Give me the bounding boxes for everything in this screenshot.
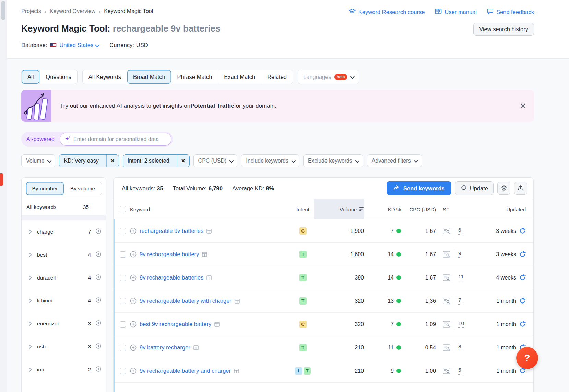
eye-preview-icon[interactable]: [95, 274, 102, 282]
row-checkbox[interactable]: [120, 368, 126, 374]
filter-cpc-usd-[interactable]: CPC (USD): [193, 154, 238, 167]
refresh-icon[interactable]: [519, 251, 526, 258]
table-settings-button[interactable]: [497, 182, 510, 195]
add-keyword-icon[interactable]: [130, 298, 137, 304]
tab-questions[interactable]: Questions: [39, 70, 77, 84]
refresh-icon[interactable]: [519, 274, 526, 281]
help-button[interactable]: ?: [516, 347, 538, 369]
sf-count-link[interactable]: 7: [458, 297, 461, 304]
filter-kd-very-easy[interactable]: KD: Very easy✕: [59, 154, 119, 167]
row-checkbox[interactable]: [120, 321, 126, 328]
sf-count-link[interactable]: 9: [458, 251, 461, 258]
eye-preview-icon[interactable]: [95, 251, 102, 259]
serp-grid-icon[interactable]: [206, 275, 212, 280]
row-checkbox[interactable]: [120, 275, 126, 281]
languages-dropdown[interactable]: Languages beta: [298, 70, 359, 84]
sf-count-link[interactable]: 8: [458, 344, 461, 351]
serp-preview-icon[interactable]: [443, 298, 450, 304]
eye-preview-icon[interactable]: [95, 343, 102, 351]
serp-grid-icon[interactable]: [234, 369, 239, 373]
serp-preview-icon[interactable]: [443, 251, 450, 258]
column-volume[interactable]: Volume: [340, 206, 357, 212]
tab-related[interactable]: Related: [261, 70, 293, 84]
select-all-checkbox[interactable]: [120, 206, 126, 212]
column-intent[interactable]: Intent: [296, 206, 309, 212]
serp-preview-icon[interactable]: [443, 228, 450, 234]
user-manual-link[interactable]: User manual: [435, 9, 477, 16]
keyword-group-charge[interactable]: charge7: [22, 220, 106, 243]
serp-grid-icon[interactable]: [235, 299, 240, 304]
breadcrumb-projects[interactable]: Projects: [21, 8, 41, 14]
sf-count-link[interactable]: 11: [458, 274, 464, 281]
serp-preview-icon[interactable]: [443, 274, 450, 281]
filter-advanced-filters[interactable]: Advanced filters: [367, 154, 422, 167]
scrollbar-thumb[interactable]: [1, 1, 5, 20]
tab-broad-match[interactable]: Broad Match: [127, 70, 171, 84]
clear-filter-icon[interactable]: ✕: [177, 155, 189, 167]
eye-preview-icon[interactable]: [95, 320, 102, 328]
database-selector[interactable]: United States: [59, 42, 98, 48]
keyword-group-ion[interactable]: ion2: [22, 358, 106, 381]
refresh-icon[interactable]: [519, 228, 526, 234]
tab-exact-match[interactable]: Exact Match: [218, 70, 261, 84]
sort-by-volume-toggle[interactable]: By volume: [64, 182, 102, 195]
eye-preview-icon[interactable]: [95, 297, 102, 305]
sf-count-link[interactable]: 6: [458, 227, 461, 234]
sort-by-number-toggle[interactable]: By number: [26, 182, 64, 195]
column-kd[interactable]: KD %: [388, 206, 401, 212]
sf-count-link[interactable]: 10: [458, 321, 464, 328]
breadcrumb-keyword-overview[interactable]: Keyword Overview: [50, 8, 95, 14]
close-icon[interactable]: [520, 103, 526, 110]
column-updated[interactable]: Updated: [506, 206, 526, 212]
row-checkbox[interactable]: [120, 345, 126, 351]
clear-filter-icon[interactable]: ✕: [106, 155, 119, 167]
serp-grid-icon[interactable]: [202, 252, 207, 257]
row-checkbox[interactable]: [120, 228, 126, 234]
keyword-group-energizer[interactable]: energizer3: [22, 312, 106, 335]
keyword-group-best[interactable]: best4: [22, 243, 106, 266]
serp-grid-icon[interactable]: [193, 345, 199, 350]
row-checkbox[interactable]: [120, 251, 126, 258]
sort-descending-icon[interactable]: [359, 206, 364, 212]
filter-include-keywords[interactable]: Include keywords: [241, 154, 299, 167]
add-keyword-icon[interactable]: [130, 344, 137, 351]
serp-grid-icon[interactable]: [206, 229, 212, 234]
export-button[interactable]: [514, 182, 527, 195]
filter-volume[interactable]: Volume: [21, 154, 55, 167]
keyword-link[interactable]: rechargeable 9v batteries: [140, 228, 203, 234]
tab-phrase-match[interactable]: Phrase Match: [171, 70, 218, 84]
eye-preview-icon[interactable]: [95, 366, 102, 373]
send-feedback-link[interactable]: Send feedback: [487, 8, 534, 16]
keyword-link[interactable]: 9v rechargeable battery with charger: [140, 298, 232, 304]
add-keyword-icon[interactable]: [130, 368, 137, 374]
add-keyword-icon[interactable]: [130, 321, 137, 328]
all-keywords-group[interactable]: All keywords 35: [22, 200, 106, 215]
serp-preview-icon[interactable]: [443, 321, 450, 328]
column-keyword[interactable]: Keyword: [130, 206, 150, 212]
keyword-group-lithium[interactable]: lithium4: [22, 289, 106, 312]
keyword-group-duracell[interactable]: duracell4: [22, 266, 106, 289]
filter-intent-2-selected[interactable]: Intent: 2 selected✕: [123, 154, 190, 167]
add-keyword-icon[interactable]: [130, 228, 137, 234]
keyword-link[interactable]: 9v rechargeable battery and charger: [140, 368, 231, 374]
tab-all-keywords[interactable]: All Keywords: [83, 70, 127, 84]
column-cpc[interactable]: CPC (USD): [410, 206, 436, 212]
keyword-link[interactable]: 9v rechargeable batteries: [140, 274, 203, 281]
filter-exclude-keywords[interactable]: Exclude keywords: [303, 154, 363, 167]
row-checkbox[interactable]: [120, 298, 126, 304]
serp-preview-icon[interactable]: [443, 344, 450, 351]
keyword-link[interactable]: 9v rechargeable battery: [140, 251, 199, 258]
refresh-icon[interactable]: [519, 298, 526, 304]
tab-all[interactable]: All: [22, 70, 39, 84]
eye-preview-icon[interactable]: [95, 228, 102, 236]
add-keyword-icon[interactable]: [130, 274, 137, 281]
keyword-research-course-link[interactable]: Keyword Research course: [349, 8, 425, 16]
add-keyword-icon[interactable]: [130, 251, 137, 258]
left-edge-red-tab[interactable]: [0, 173, 3, 186]
send-keywords-button[interactable]: Send keywords: [387, 181, 451, 195]
domain-input[interactable]: [73, 136, 167, 142]
serp-grid-icon[interactable]: [214, 322, 220, 327]
keyword-link[interactable]: best 9v rechargeable battery: [140, 321, 211, 328]
refresh-icon[interactable]: [519, 321, 526, 328]
update-button[interactable]: Update: [455, 181, 494, 195]
